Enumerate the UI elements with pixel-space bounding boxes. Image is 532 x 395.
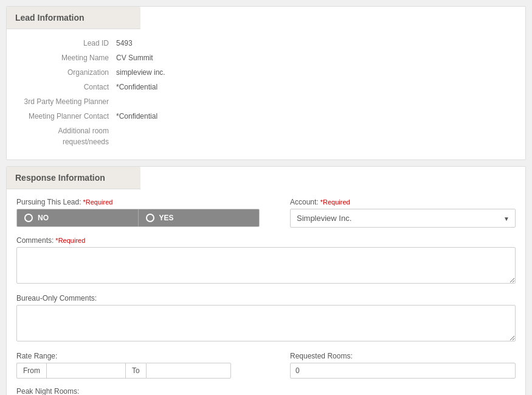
- rate-requested-row: Rate Range: From To Requested Rooms:: [16, 352, 516, 379]
- lead-panel-title: Lead Information: [7, 7, 140, 29]
- account-label: Account:*Required: [290, 198, 516, 206]
- no-option[interactable]: NO: [17, 209, 138, 226]
- requested-rooms-label: Requested Rooms:: [290, 352, 516, 360]
- contact-value: *Confidential: [116, 82, 513, 93]
- planner-contact-value: *Confidential: [116, 111, 513, 122]
- requested-rooms-input[interactable]: [290, 363, 516, 379]
- requested-rooms-col: Requested Rooms:: [290, 352, 516, 379]
- comments-textarea[interactable]: [16, 247, 516, 284]
- pursuing-col: Pursuing This Lead:*Required NO YES: [16, 198, 278, 228]
- peak-night-label: Peak Night Rooms:: [16, 387, 516, 395]
- contact-label: Contact: [19, 82, 116, 93]
- response-panel-title: Response Information: [7, 167, 140, 189]
- account-select[interactable]: Simpleview Inc.: [290, 209, 516, 228]
- organization-label: Organization: [19, 67, 116, 78]
- account-col: Account:*Required Simpleview Inc.: [290, 198, 516, 228]
- pursuing-label: Pursuing This Lead:*Required: [16, 198, 278, 206]
- from-input[interactable]: [46, 363, 125, 379]
- lead-id-value: 5493: [116, 38, 513, 49]
- comments-row: Comments:*Required: [16, 236, 516, 285]
- bureau-comments-label: Bureau-Only Comments:: [16, 294, 516, 302]
- third-party-value: [116, 96, 513, 107]
- no-radio-circle: [24, 214, 33, 222]
- planner-contact-label: Meeting Planner Contact: [19, 111, 116, 122]
- bureau-comments-row: Bureau-Only Comments:: [16, 294, 516, 343]
- account-select-wrapper: Simpleview Inc.: [290, 209, 516, 228]
- to-button: To: [125, 363, 146, 379]
- yes-option[interactable]: YES: [139, 209, 260, 226]
- lead-id-label: Lead ID: [19, 38, 116, 49]
- pursuing-account-row: Pursuing This Lead:*Required NO YES: [16, 198, 516, 228]
- additional-room-label: Additional room request/needs: [19, 125, 116, 147]
- meeting-name-label: Meeting Name: [19, 52, 116, 63]
- yes-label: YES: [159, 214, 174, 222]
- yes-radio-circle: [146, 214, 154, 222]
- comments-label: Comments:*Required: [16, 236, 516, 245]
- response-section: Pursuing This Lead:*Required NO YES: [7, 189, 525, 395]
- to-input[interactable]: [146, 363, 231, 379]
- meeting-name-value: CV Summit: [116, 52, 513, 63]
- pursuing-toggle[interactable]: NO YES: [16, 209, 260, 227]
- lead-information-panel: Lead Information Lead ID 5493 Meeting Na…: [6, 6, 526, 160]
- lead-info-grid: Lead ID 5493 Meeting Name CV Summit Orga…: [7, 29, 525, 159]
- from-button: From: [16, 363, 46, 379]
- rate-range-inputs: From To: [16, 363, 278, 379]
- no-label: NO: [38, 214, 49, 222]
- bureau-comments-textarea[interactable]: [16, 305, 516, 341]
- peak-night-row: Peak Night Rooms:: [16, 387, 516, 395]
- organization-value: simpleview inc.: [116, 67, 513, 78]
- third-party-label: 3rd Party Meeting Planner: [19, 96, 116, 107]
- rate-range-col: Rate Range: From To: [16, 352, 278, 379]
- additional-room-value: [116, 125, 513, 147]
- rate-range-label: Rate Range:: [16, 352, 278, 360]
- response-information-panel: Response Information Pursuing This Lead:…: [6, 166, 526, 395]
